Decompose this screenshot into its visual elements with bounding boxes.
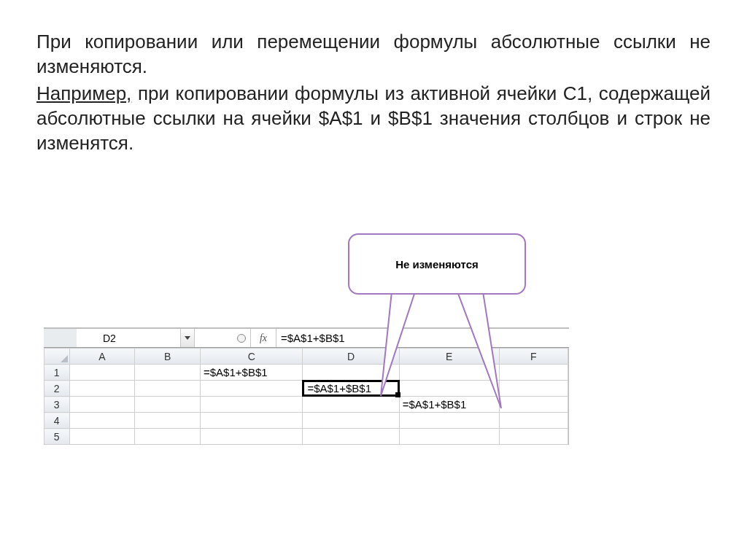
col-header-B[interactable]: B xyxy=(135,349,201,365)
cell-F3[interactable] xyxy=(499,397,568,413)
cell-C5[interactable] xyxy=(201,429,303,445)
cell-C3[interactable] xyxy=(201,397,303,413)
grid-container: A B C D E F 1 =$A$1+$B$1 xyxy=(44,348,569,445)
row-1: 1 =$A$1+$B$1 xyxy=(44,365,568,381)
row-3: 3 =$A$1+$B$1 xyxy=(44,397,568,413)
excel-mock: D2 fx =$A$1+$B$1 xyxy=(44,327,569,445)
cell-D2-value: =$A$1+$B$1 xyxy=(307,382,371,394)
cell-A1[interactable] xyxy=(69,365,135,381)
column-header-row: A B C D E F xyxy=(44,349,568,365)
col-header-E[interactable]: E xyxy=(399,349,499,365)
row-5: 5 xyxy=(44,429,568,445)
col-header-C[interactable]: C xyxy=(201,349,303,365)
row-header-4[interactable]: 4 xyxy=(44,413,70,429)
cell-B1[interactable] xyxy=(135,365,201,381)
cell-C4[interactable] xyxy=(201,413,303,429)
chevron-down-icon xyxy=(185,336,190,340)
body-text: При копировании или перемещении формулы … xyxy=(36,29,711,156)
col-header-D[interactable]: D xyxy=(303,349,399,365)
name-box-dropdown[interactable] xyxy=(180,329,194,347)
para2-rest: при копировании формулы из активной ячей… xyxy=(36,82,711,155)
cell-F5[interactable] xyxy=(499,429,568,445)
cell-E2[interactable] xyxy=(399,381,499,397)
name-box[interactable]: D2 xyxy=(77,329,195,347)
cell-F4[interactable] xyxy=(499,413,568,429)
cell-F2[interactable] xyxy=(499,381,568,397)
formula-input-value: =$A$1+$B$1 xyxy=(281,332,345,344)
formula-bar-icons xyxy=(195,329,250,347)
row-header-2[interactable]: 2 xyxy=(44,381,70,397)
col-header-A[interactable]: A xyxy=(69,349,135,365)
cell-E3[interactable]: =$A$1+$B$1 xyxy=(399,397,499,413)
cell-D5[interactable] xyxy=(303,429,399,445)
cell-D4[interactable] xyxy=(303,413,399,429)
cell-A5[interactable] xyxy=(69,429,135,445)
callout-label: Не изменяются xyxy=(395,258,479,271)
cell-B3[interactable] xyxy=(135,397,201,413)
para2-lead: Например, xyxy=(36,82,131,104)
circle-icon xyxy=(237,334,246,343)
cell-B5[interactable] xyxy=(135,429,201,445)
cell-C2[interactable] xyxy=(201,381,303,397)
cell-A3[interactable] xyxy=(69,397,135,413)
formula-input[interactable]: =$A$1+$B$1 xyxy=(276,329,569,347)
fx-label: fx xyxy=(260,332,267,344)
cell-E4[interactable] xyxy=(399,413,499,429)
fill-handle[interactable] xyxy=(395,392,400,397)
formula-bar-row: D2 fx =$A$1+$B$1 xyxy=(44,327,569,348)
cell-B4[interactable] xyxy=(135,413,201,429)
row-header-1[interactable]: 1 xyxy=(44,365,70,381)
callout-bubble: Не изменяются xyxy=(348,233,526,295)
row-header-3[interactable]: 3 xyxy=(44,397,70,413)
cell-F1[interactable] xyxy=(499,365,568,381)
paragraph-1: При копировании или перемещении формулы … xyxy=(36,29,711,79)
cell-C1[interactable]: =$A$1+$B$1 xyxy=(201,365,303,381)
cell-E1[interactable] xyxy=(399,365,499,381)
paragraph-2: Например, при копировании формулы из акт… xyxy=(36,81,711,156)
cell-D1[interactable] xyxy=(303,365,399,381)
slide: При копировании или перемещении формулы … xyxy=(0,0,747,560)
selection-border: =$A$1+$B$1 xyxy=(302,380,399,397)
fx-button[interactable]: fx xyxy=(250,329,276,347)
formula-bar-spacer xyxy=(44,329,77,347)
cell-B2[interactable] xyxy=(135,381,201,397)
select-all-corner[interactable] xyxy=(44,349,70,365)
row-4: 4 xyxy=(44,413,568,429)
row-header-5[interactable]: 5 xyxy=(44,429,70,445)
cell-A2[interactable] xyxy=(69,381,135,397)
cell-D3[interactable] xyxy=(303,397,399,413)
cell-D2[interactable]: =$A$1+$B$1 xyxy=(303,381,399,397)
cell-A4[interactable] xyxy=(69,413,135,429)
name-box-value: D2 xyxy=(103,332,116,344)
cell-E5[interactable] xyxy=(399,429,499,445)
row-2: 2 =$A$1+$B$1 xyxy=(44,381,568,397)
spreadsheet-grid[interactable]: A B C D E F 1 =$A$1+$B$1 xyxy=(44,348,568,445)
col-header-F[interactable]: F xyxy=(499,349,568,365)
